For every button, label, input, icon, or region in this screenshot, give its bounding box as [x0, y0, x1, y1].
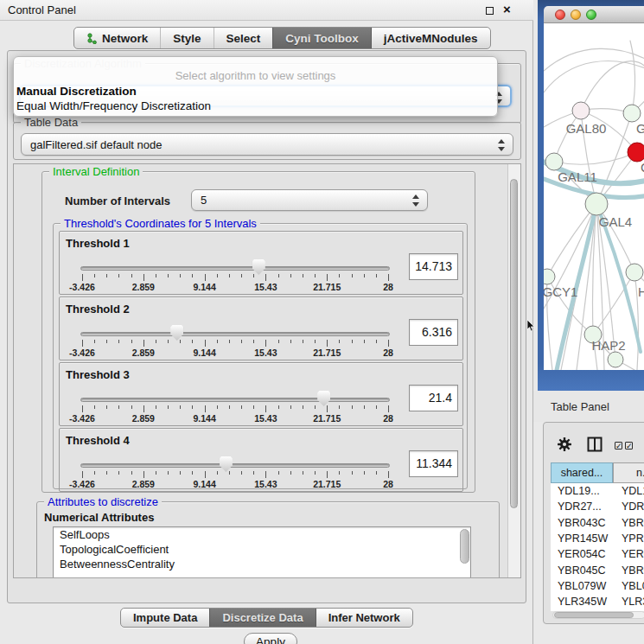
- tab-cyni-toolbox[interactable]: Cyni Toolbox: [272, 28, 371, 48]
- apply-button[interactable]: Apply: [244, 633, 297, 644]
- tab-select[interactable]: Select: [214, 28, 273, 48]
- threshold-value-field[interactable]: 21.4: [409, 385, 458, 411]
- tab-network[interactable]: Network: [74, 28, 160, 48]
- slider-knob[interactable]: [220, 456, 233, 472]
- split-columns-icon[interactable]: [587, 437, 603, 452]
- close-icon[interactable]: ×: [503, 2, 511, 16]
- slider-track[interactable]: [80, 398, 390, 402]
- checkbox-icon[interactable]: ✓: [625, 442, 633, 450]
- slider-ticks: [82, 340, 388, 348]
- table-panel-title: Table Panel: [551, 400, 609, 413]
- slider-knob[interactable]: [170, 325, 183, 341]
- tab-jactivemnodules[interactable]: jActiveMNodules: [371, 28, 490, 48]
- algorithm-dropdown-prompt: Select algorithm to view settings: [14, 69, 497, 84]
- slider-knob[interactable]: [317, 391, 330, 406]
- network-node-label: C: [641, 160, 644, 175]
- number-of-intervals-label: Number of Intervals: [65, 194, 170, 207]
- threshold-label: Threshold 4: [66, 434, 130, 447]
- network-node-ga[interactable]: [623, 105, 641, 122]
- close-traffic-light-icon[interactable]: [555, 10, 565, 20]
- cell-name: YLR3...: [622, 594, 644, 609]
- axis-tick-label: 21.715: [313, 479, 341, 489]
- table-horizontal-scrollbar[interactable]: [552, 611, 644, 619]
- cyni-toolbox-panel: Discretization Algorithm Select algorith…: [7, 50, 526, 603]
- algorithm-option[interactable]: Equal Width/Frequency Discretization: [14, 99, 497, 113]
- network-node-c[interactable]: [628, 143, 644, 162]
- number-of-intervals-value: 5: [201, 194, 207, 207]
- threshold-value-field[interactable]: 6.316: [409, 319, 458, 346]
- bottom-tab-bar: Impute DataDiscretize DataInfer Network: [120, 608, 413, 628]
- column-header-shared-name[interactable]: shared...: [551, 462, 613, 483]
- table-row[interactable]: YBR045CYBR0...: [551, 563, 644, 579]
- table-row[interactable]: YBL079WYBL0...: [551, 578, 644, 595]
- vertical-scrollbar[interactable]: [507, 164, 520, 577]
- table-horizontal-scrollbar-thumb[interactable]: [554, 612, 634, 618]
- axis-tick-label: 21.715: [313, 348, 341, 358]
- interval-definition-group: Interval Definition Number of Intervals …: [41, 171, 475, 493]
- bottom-tab-impute-data[interactable]: Impute Data: [121, 609, 209, 627]
- attribute-list-item[interactable]: BetweennessCentrality: [54, 557, 470, 571]
- table-data-combobox-value: galFiltered.sif default node: [30, 138, 162, 151]
- tab-label: Style: [173, 32, 201, 45]
- axis-tick-label: 9.144: [193, 413, 215, 424]
- axis-tick-label: 15.43: [254, 413, 277, 424]
- network-canvas[interactable]: GAL80GACGAL11GAL4GCY1HHAP2: [544, 23, 644, 370]
- slider-track[interactable]: [80, 463, 390, 468]
- tab-label: jActiveMNodules: [384, 32, 478, 45]
- control-panel: Control Panel × NetworkStyleSelectCyni T…: [0, 0, 533, 644]
- checkbox-icon[interactable]: ✓: [615, 442, 622, 450]
- algorithm-dropdown-popup: Select algorithm to view settings Manual…: [13, 56, 498, 117]
- tab-style[interactable]: Style: [160, 28, 213, 48]
- algorithm-option[interactable]: Manual Discretization: [14, 84, 497, 99]
- network-node-label: HAP2: [591, 338, 625, 353]
- axis-tick-label: 15.43: [254, 348, 277, 358]
- table-row[interactable]: YDR27...YDR2...: [551, 499, 644, 515]
- cell-name: YPR1...: [622, 531, 644, 546]
- network-node-gal4[interactable]: [585, 193, 608, 215]
- threshold-panel-3: Threshold 3-3.4262.8599.14415.4321.71528…: [59, 362, 463, 426]
- attribute-list-item[interactable]: TopologicalCoefficient: [54, 542, 470, 557]
- table-row[interactable]: YBR043CYBR0...: [551, 515, 644, 532]
- vertical-scrollbar-thumb[interactable]: [510, 179, 518, 508]
- network-node-gal11[interactable]: [545, 153, 563, 170]
- axis-tick-label: 2.859: [132, 348, 155, 358]
- axis-tick-label: -3.426: [69, 479, 95, 489]
- gear-icon[interactable]: [558, 437, 571, 451]
- threshold-value-field[interactable]: 14.713: [409, 253, 458, 280]
- network-node-label: GAL11: [558, 169, 597, 184]
- axis-tick-label: 2.859: [132, 282, 155, 292]
- slider-track[interactable]: [80, 332, 390, 336]
- attribute-list-item[interactable]: SelfLoops: [54, 527, 470, 542]
- cell-shared-name: YBL079W: [558, 578, 606, 594]
- threshold-value-field[interactable]: 11.344: [409, 450, 458, 477]
- table-row[interactable]: YDL19...YDL1...: [551, 483, 644, 500]
- numerical-attributes-list[interactable]: SelfLoopsTopologicalCoefficientBetweenne…: [53, 526, 471, 578]
- attributes-list-scrollbar[interactable]: [460, 529, 469, 564]
- slider-ticks: [82, 471, 388, 479]
- node-table: shared... n... YDL19...YDL1...YDR27...YD…: [551, 462, 644, 611]
- table-row[interactable]: YLR345WYLR3...: [551, 594, 644, 610]
- slider-knob[interactable]: [252, 259, 265, 275]
- number-of-intervals-combobox[interactable]: 5: [191, 189, 428, 211]
- bottom-tab-infer-network[interactable]: Infer Network: [316, 609, 412, 627]
- network-node-gcy1[interactable]: [544, 269, 555, 284]
- attributes-group: Attributes to discretize Numerical Attri…: [36, 501, 500, 578]
- table-row[interactable]: YER054CYER0...: [551, 546, 644, 563]
- minimize-traffic-light-icon[interactable]: [571, 10, 581, 20]
- network-node-label: GA: [636, 121, 644, 136]
- network-node[interactable]: [608, 352, 623, 367]
- bottom-tab-label: Impute Data: [133, 611, 197, 624]
- thresholds-group-title: Threshold's Coordinates for 5 Intervals: [61, 217, 260, 230]
- table-data-combobox[interactable]: galFiltered.sif default node: [21, 133, 513, 156]
- column-header-name[interactable]: n...: [613, 462, 644, 483]
- bottom-tab-discretize-data[interactable]: Discretize Data: [209, 609, 315, 627]
- network-node-gal80[interactable]: [572, 102, 590, 119]
- table-row[interactable]: YPR145WYPR1...: [551, 531, 644, 547]
- network-node-h[interactable]: [626, 264, 643, 281]
- float-window-icon[interactable]: [486, 7, 494, 15]
- combo-stepper-icon[interactable]: [498, 138, 505, 152]
- slider-track[interactable]: [80, 266, 390, 271]
- combo-stepper-icon[interactable]: [412, 194, 419, 207]
- cell-shared-name: YLR345W: [558, 594, 607, 609]
- zoom-traffic-light-icon[interactable]: [586, 10, 596, 20]
